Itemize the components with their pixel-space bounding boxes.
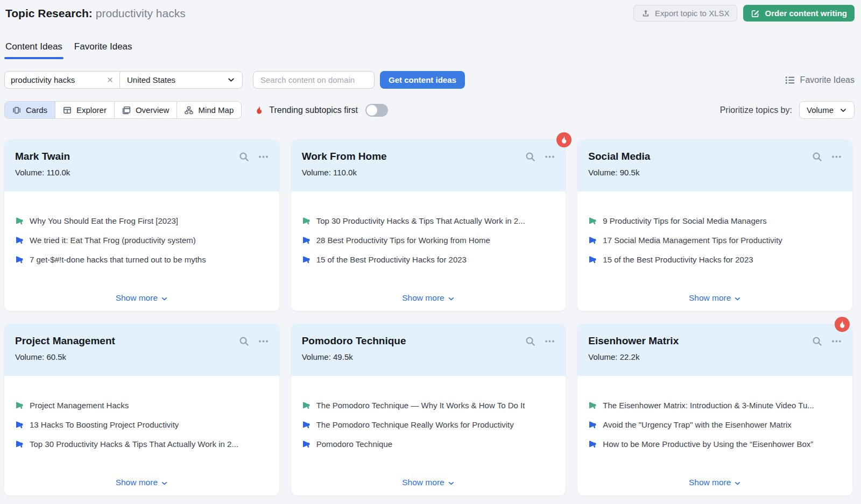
headline-item[interactable]: 15 of the Best Productivity Hacks for 20… <box>588 255 842 264</box>
more-menu-icon[interactable] <box>258 336 269 346</box>
show-more-label: Show more <box>689 478 731 487</box>
headline-text: Project Management Hacks <box>30 401 129 410</box>
headline-item[interactable]: Why You Should Eat the Frog First [2023] <box>15 216 269 225</box>
more-menu-icon[interactable] <box>258 152 269 162</box>
more-menu-icon[interactable] <box>831 336 842 346</box>
search-icon[interactable] <box>239 336 249 346</box>
country-select[interactable]: United States <box>120 72 242 88</box>
show-more-button[interactable]: Show more <box>402 478 454 487</box>
topic-title: Pomodoro Technique <box>302 335 526 347</box>
megaphone-icon <box>588 217 597 225</box>
search-icon[interactable] <box>812 336 822 346</box>
megaphone-icon <box>302 421 310 429</box>
volume-label: Volume: <box>588 168 617 177</box>
headline-item[interactable]: The Pomodoro Technique — Why It Works & … <box>302 401 555 410</box>
search-icon[interactable] <box>525 152 535 162</box>
megaphone-icon <box>15 255 24 264</box>
flame-icon <box>255 105 264 115</box>
volume-label: Volume: <box>302 168 331 177</box>
search-icon[interactable] <box>525 336 535 346</box>
card-body: 9 Productivity Tips for Social Media Man… <box>577 191 852 311</box>
search-icon[interactable] <box>239 152 249 162</box>
card-header: Project Management Volume: 60.5k <box>4 324 279 376</box>
show-more-button[interactable]: Show more <box>689 293 741 303</box>
headline-item[interactable]: The Pomodoro Technique Really Works for … <box>302 420 555 429</box>
more-menu-icon[interactable] <box>545 152 555 162</box>
prioritize-label: Prioritize topics by: <box>720 105 792 115</box>
order-content-writing-label: Order content writing <box>765 9 847 18</box>
trending-subtopics-toggle[interactable] <box>365 104 388 117</box>
headline-item[interactable]: The Eisenhower Matrix: Introduction & 3-… <box>588 401 842 410</box>
megaphone-icon <box>302 440 310 449</box>
headline-item[interactable]: Project Management Hacks <box>15 401 269 410</box>
megaphone-icon <box>15 236 24 245</box>
more-menu-icon[interactable] <box>545 336 555 346</box>
headline-text: Why You Should Eat the Frog First [2023] <box>30 216 178 225</box>
volume-label: Volume: <box>15 168 44 177</box>
headline-item[interactable]: Pomodoro Technique <box>302 439 555 449</box>
chevron-down-icon <box>227 76 235 84</box>
volume-line: Volume: 49.5k <box>302 352 555 361</box>
topic-title: Social Media <box>588 151 812 162</box>
volume-value: 49.5k <box>333 352 353 361</box>
mindmap-view-icon <box>185 106 193 115</box>
show-more-button[interactable]: Show more <box>689 478 741 487</box>
search-icon[interactable] <box>812 152 822 162</box>
card-body: Project Management Hacks 13 Hacks To Boo… <box>4 376 279 495</box>
view-mindmap[interactable]: Mind Map <box>177 102 241 118</box>
volume-value: 22.2k <box>620 352 640 361</box>
prioritize-select[interactable]: Volume <box>799 101 855 119</box>
topic-card-mark-twain: Mark Twain Volume: 110.0k Why You Should… <box>4 139 279 311</box>
prioritize-control: Prioritize topics by: Volume <box>720 101 855 119</box>
flame-icon <box>560 136 568 144</box>
headline-item[interactable]: 7 get-$#!t-done hacks that turned out to… <box>15 255 269 264</box>
megaphone-icon <box>302 255 310 264</box>
keyword-input[interactable]: productivity hacks <box>5 72 120 88</box>
headline-item[interactable]: 28 Best Productivity Tips for Working fr… <box>302 236 555 245</box>
tab-content-ideas[interactable]: Content Ideas <box>5 41 62 59</box>
clear-keyword-icon[interactable] <box>105 75 115 85</box>
show-more-button[interactable]: Show more <box>116 478 168 487</box>
show-more-label: Show more <box>116 293 158 303</box>
headline-text: Avoid the "Urgency Trap" with the Eisenh… <box>603 420 792 429</box>
headline-item[interactable]: Avoid the "Urgency Trap" with the Eisenh… <box>588 420 842 429</box>
headline-text: We tried it: Eat That Frog (productivity… <box>30 236 196 245</box>
prioritize-value: Volume <box>807 105 834 115</box>
view-explorer[interactable]: Explorer <box>55 102 115 118</box>
domain-search-input[interactable]: Search content on domain <box>253 71 375 89</box>
table-view-icon <box>63 106 72 115</box>
headline-item[interactable]: We tried it: Eat That Frog (productivity… <box>15 236 269 245</box>
show-more-button[interactable]: Show more <box>116 293 168 303</box>
headline-text: 28 Best Productivity Tips for Working fr… <box>316 236 490 245</box>
topic-card-work-from-home: Work From Home Volume: 110.0k Top 30 Pro… <box>291 139 566 311</box>
headline-text: The Pomodoro Technique — Why It Works & … <box>316 401 525 410</box>
volume-value: 110.0k <box>333 168 357 177</box>
tab-favorite-ideas[interactable]: Favorite Ideas <box>74 41 132 59</box>
headline-text: Top 30 Productivity Hacks & Tips That Ac… <box>316 216 525 225</box>
view-cards[interactable]: Cards <box>5 102 55 118</box>
headline-item[interactable]: 17 Social Media Management Tips for Prod… <box>588 236 842 245</box>
headline-item[interactable]: 9 Productivity Tips for Social Media Man… <box>588 216 842 225</box>
trending-flame-badge <box>556 132 571 147</box>
country-value: United States <box>127 75 227 84</box>
megaphone-icon <box>588 255 597 264</box>
headline-item[interactable]: 15 of the Best Productivity Hacks for 20… <box>302 255 555 264</box>
headline-item[interactable]: Top 30 Productivity Hacks & Tips That Ac… <box>302 216 555 225</box>
favorite-ideas-link[interactable]: Favorite Ideas <box>785 75 855 85</box>
chevron-down-icon <box>161 295 168 302</box>
headline-text: Pomodoro Technique <box>316 439 393 449</box>
order-content-writing-button[interactable]: Order content writing <box>743 5 855 22</box>
headline-item[interactable]: 13 Hacks To Boosting Project Productivit… <box>15 420 269 429</box>
chevron-down-icon <box>448 480 455 487</box>
get-content-ideas-button[interactable]: Get content ideas <box>380 71 465 89</box>
view-overview[interactable]: Overview <box>115 102 178 118</box>
export-xlsx-button[interactable]: Export topic to XLSX <box>633 5 737 22</box>
more-menu-icon[interactable] <box>831 152 842 162</box>
show-more-button[interactable]: Show more <box>402 293 454 303</box>
volume-line: Volume: 110.0k <box>15 168 269 177</box>
headline-item[interactable]: How to be More Productive by Using the “… <box>588 439 842 449</box>
trending-subtopics-control: Trending subtopics first <box>255 104 388 117</box>
headline-item[interactable]: Top 30 Productivity Hacks & Tips That Ac… <box>15 439 269 449</box>
headline-text: How to be More Productive by Using the “… <box>603 439 813 449</box>
headline-text: 15 of the Best Productivity Hacks for 20… <box>603 255 753 264</box>
